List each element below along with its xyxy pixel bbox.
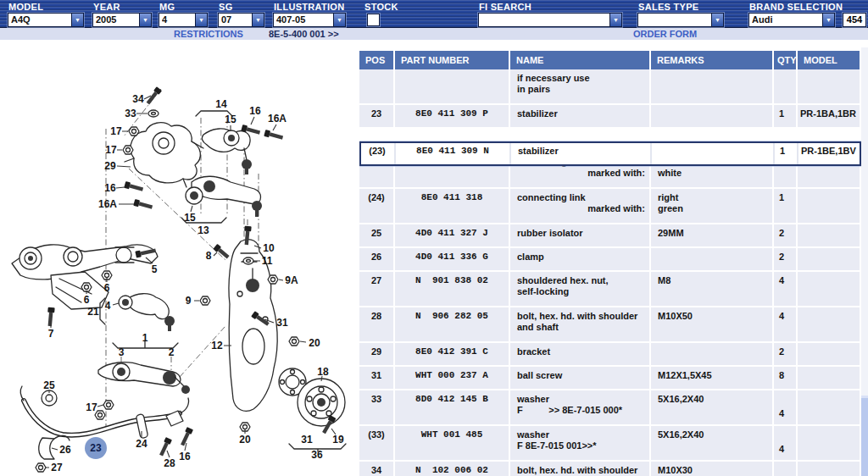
table-cell-part: N 901 838 02: [395, 272, 510, 306]
callout-13[interactable]: 13: [198, 224, 209, 236]
col-header-pos[interactable]: POS: [359, 51, 395, 69]
year-select[interactable]: 2005 ▼: [92, 13, 152, 27]
callout-20[interactable]: 20: [239, 434, 250, 446]
table-cell-name: rubber isolator: [510, 224, 651, 246]
callout-6[interactable]: 6: [104, 282, 110, 294]
table-cell-name: washerF 8E-7-015 001>>*: [510, 426, 651, 460]
callout-16[interactable]: 16: [249, 105, 260, 117]
callout-24[interactable]: 24: [136, 438, 147, 450]
stock-checkbox[interactable]: [367, 14, 380, 26]
table-row[interactable]: if necessary usein pairs: [359, 69, 861, 105]
table-cell-pos: 27: [359, 272, 395, 306]
table-row[interactable]: 338D0 412 145 BwasherF >> 8E-7-015 000*5…: [359, 390, 861, 426]
fi-search-select[interactable]: ▼: [478, 13, 622, 27]
callout-4[interactable]: 4: [105, 300, 111, 312]
col-header-qty[interactable]: QTY: [774, 51, 798, 69]
sg-select[interactable]: 07 ▼: [218, 13, 264, 27]
mg-select[interactable]: 4 ▼: [159, 13, 208, 27]
callout-9A[interactable]: 9A: [285, 274, 298, 286]
chevron-down-icon[interactable]: ▼: [333, 14, 345, 26]
callout-15[interactable]: 15: [184, 212, 195, 224]
callout-28[interactable]: 28: [164, 457, 175, 469]
table-row[interactable]: 27N 901 838 02shouldered hex. nut,self-l…: [359, 272, 861, 307]
restrictions-link[interactable]: RESTRICTIONS: [174, 29, 243, 39]
exploded-diagram[interactable]: 34331717291616A14151616A1513810119A95664…: [0, 40, 359, 476]
callout-27[interactable]: 27: [51, 462, 62, 473]
callout-16A[interactable]: 16A: [268, 113, 287, 125]
callout-14[interactable]: 14: [215, 98, 226, 110]
brand-code-field[interactable]: 454: [843, 13, 866, 27]
callout-17[interactable]: 17: [110, 125, 121, 137]
chevron-down-icon[interactable]: ▼: [252, 14, 264, 26]
callout-10[interactable]: 10: [263, 242, 274, 254]
table-row[interactable]: (33)WHT 001 485washerF 8E-7-015 001>>*5X…: [359, 426, 861, 462]
callout-36[interactable]: 36: [311, 449, 322, 461]
callout-34[interactable]: 34: [132, 93, 143, 105]
chevron-down-icon[interactable]: ▼: [822, 14, 834, 26]
col-header-remarks[interactable]: REMARKS: [651, 51, 774, 69]
chevron-down-icon[interactable]: ▼: [711, 14, 723, 26]
callout-17[interactable]: 17: [105, 144, 116, 156]
callout-17[interactable]: 17: [86, 401, 97, 413]
callout-21[interactable]: 21: [87, 306, 98, 318]
chevron-down-icon[interactable]: ▼: [139, 14, 151, 26]
fi-search-label: FI SEARCH: [479, 2, 531, 12]
callout-26[interactable]: 26: [59, 444, 70, 456]
table-row[interactable]: 238E0 411 309 Pstabilizer1PR-1BA,1BR: [359, 105, 861, 129]
parts-table: POS PART NUMBER NAME REMARKS QTY MODEL i…: [359, 51, 861, 476]
callout-5[interactable]: 5: [152, 263, 158, 275]
table-row[interactable]: 254D0 411 327 Jrubber isolator29MM2: [359, 224, 861, 248]
table-cell-model: [798, 69, 861, 103]
table-row[interactable]: (23)8E0 411 309 Nstabilizer1PR-1BE,1BV: [359, 141, 861, 166]
callout-16A[interactable]: 16A: [98, 198, 117, 210]
callout-7[interactable]: 7: [48, 328, 54, 340]
model-select[interactable]: A4Q ▼: [8, 13, 84, 27]
col-header-name[interactable]: NAME: [510, 51, 651, 69]
scrollbar-thumb[interactable]: [861, 396, 868, 476]
table-cell-qty: 1: [775, 142, 798, 164]
table-row[interactable]: 298E0 412 391 Cbracket2: [359, 343, 861, 367]
callout-23-highlighted[interactable]: 23: [85, 437, 107, 459]
callout-15[interactable]: 15: [225, 113, 236, 125]
order-form-link[interactable]: ORDER FORM: [633, 29, 697, 39]
sales-type-select[interactable]: ▼: [637, 13, 724, 27]
table-row[interactable]: 28N 906 282 05bolt, hex. hd. with should…: [359, 307, 861, 343]
table-cell-pos: 26: [359, 248, 395, 270]
callout-18[interactable]: 18: [317, 366, 328, 378]
brand-select[interactable]: Audi ▼: [748, 13, 835, 27]
callout-1[interactable]: 1: [142, 332, 148, 344]
illustration-select[interactable]: 407-05 ▼: [273, 13, 346, 27]
callout-16[interactable]: 16: [104, 182, 115, 194]
callout-8[interactable]: 8: [206, 250, 212, 262]
table-row[interactable]: 264D0 411 336 Gclamp2: [359, 248, 861, 272]
callout-25[interactable]: 25: [43, 379, 54, 391]
table-body: if necessary usein pairs238E0 411 309 Ps…: [359, 69, 861, 476]
table-row[interactable]: 34N 102 006 02bolt, hex. hd. with should…: [359, 462, 861, 476]
chevron-down-icon[interactable]: ▼: [195, 14, 207, 26]
callout-9[interactable]: 9: [186, 295, 192, 307]
parts-catalog-window: MODEL A4Q ▼ YEAR 2005 ▼ MG 4 ▼ SG 07 ▼ I…: [0, 0, 868, 476]
col-header-model[interactable]: MODEL: [798, 51, 861, 69]
table-cell-name: bolt, hex. hd. with shoulderF >> 8E-7-01…: [510, 462, 651, 476]
callout-16[interactable]: 16: [179, 451, 190, 462]
table-row[interactable]: (24)8E0 411 318connecting linkmarked wit…: [359, 189, 861, 224]
col-header-part-number[interactable]: PART NUMBER: [395, 51, 510, 69]
callout-6[interactable]: 6: [84, 294, 90, 306]
callout-31[interactable]: 31: [301, 434, 312, 446]
callout-2[interactable]: 2: [169, 346, 175, 358]
callout-29[interactable]: 29: [104, 160, 115, 172]
chevron-down-icon[interactable]: ▼: [609, 14, 621, 26]
table-cell-remarks: M10X50: [651, 307, 774, 341]
callout-12[interactable]: 12: [211, 340, 222, 351]
sales-type-label: SALES TYPE: [638, 2, 698, 12]
callout-33[interactable]: 33: [125, 108, 136, 119]
subbar: RESTRICTIONS 8E-5-400 001 >> ORDER FORM: [0, 28, 868, 40]
callout-19[interactable]: 19: [332, 434, 343, 446]
table-scrollbar[interactable]: [861, 47, 868, 476]
table-row[interactable]: 31WHT 000 237 Aball screwM12X1,5X458: [359, 367, 861, 390]
chevron-down-icon[interactable]: ▼: [71, 14, 83, 26]
callout-31[interactable]: 31: [276, 317, 287, 329]
callout-11[interactable]: 11: [262, 255, 273, 267]
callout-3[interactable]: 3: [119, 346, 125, 358]
callout-20[interactable]: 20: [309, 337, 320, 349]
